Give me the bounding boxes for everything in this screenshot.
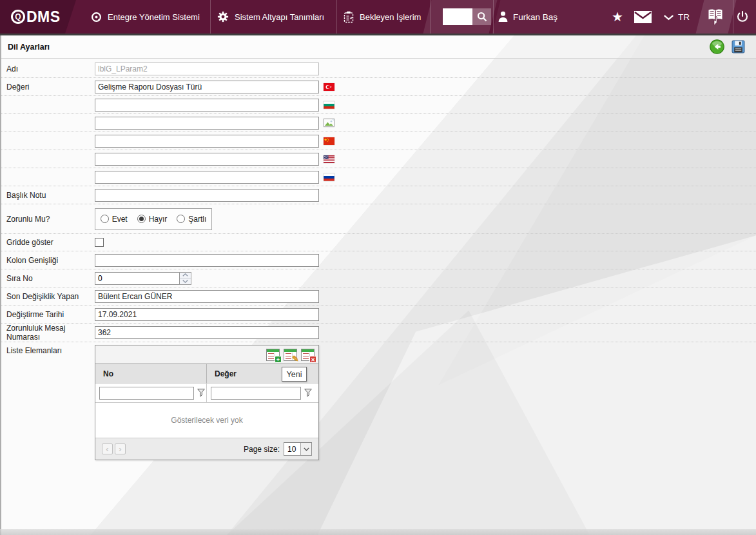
degeri-input-tr[interactable]: [95, 81, 319, 93]
radio-sartli[interactable]: Şartlı: [177, 215, 206, 224]
qdms-circle-icon: [91, 12, 102, 23]
select-chevron-down-icon: [300, 443, 311, 455]
radio-hayir[interactable]: Hayır: [137, 215, 168, 224]
navbar-separator: [210, 0, 211, 34]
qdms-logo-q-icon: Q: [11, 10, 25, 24]
chevron-down-icon[interactable]: [664, 15, 674, 21]
grid-pager: ‹ › Page size: 10: [95, 438, 318, 460]
form-row-translation-bg: [1, 96, 756, 114]
son-degisiklik-yapan-input[interactable]: [95, 290, 319, 303]
filter-funnel-icon[interactable]: [197, 389, 205, 397]
top-navbar: Q DMS Entegre Yönetim Sistemi Sistem Alt…: [0, 0, 756, 34]
zorunluluk-mesaj-numarasi-label: Zorunluluk Mesaj Numarası: [6, 324, 95, 342]
kolon-genisligi-label: Kolon Genişliği: [6, 256, 95, 265]
save-floppy-icon: [732, 40, 745, 54]
favorites-star-icon[interactable]: ★: [612, 0, 623, 34]
menu-sistem-altyapi-tanimlari[interactable]: Sistem Altyapı Tanımları: [217, 0, 324, 34]
form-row-liste-elemanlari: Liste Elemanları No Değer: [1, 342, 756, 467]
degistirme-tarihi-label: Değiştirme Tarihi: [6, 310, 95, 319]
menu-entegre-yonetim-sistemi[interactable]: Entegre Yönetim Sistemi: [91, 0, 200, 34]
grid-delete-row-icon[interactable]: [301, 349, 315, 361]
degistirme-tarihi-input[interactable]: [95, 308, 319, 321]
page-size-label: Page size:: [244, 445, 280, 454]
sira-no-label: Sıra No: [6, 274, 95, 283]
navbar-separator: [336, 0, 337, 34]
user-name[interactable]: Furkan Baş: [513, 0, 557, 34]
page-title: Dil Ayarları: [8, 43, 50, 52]
form-row-translation-missing: [1, 114, 756, 132]
navbar-separator: [430, 0, 431, 34]
son-degisiklik-yapan-label: Son Değişiklik Yapan: [6, 292, 95, 301]
user-icon: [498, 10, 509, 23]
adi-input: [95, 63, 319, 75]
form-row-zorunlu-mu: Zorunlu Mu? Evet Hayır Şartlı: [1, 204, 756, 234]
titlebar: Dil Ayarları: [1, 35, 756, 59]
page-size-select[interactable]: 10: [284, 442, 312, 456]
grid-filter-row: [95, 383, 318, 402]
help-book-icon[interactable]: [706, 8, 725, 26]
gear-icon: [217, 11, 229, 23]
navbar-search-button[interactable]: [472, 8, 491, 25]
kolon-genisligi-input[interactable]: [95, 254, 319, 267]
column-header-no[interactable]: No: [95, 364, 206, 383]
baslik-notu-input[interactable]: [95, 189, 319, 202]
navbar-separator: [493, 0, 494, 34]
baslik-notu-label: Başlık Notu: [6, 191, 95, 200]
form-row-gridde-goster: Gridde göster: [1, 234, 756, 251]
russia-flag-icon: [324, 173, 334, 181]
grid-empty-message: Gösterilecek veri yok: [95, 402, 318, 438]
form-row-baslik-notu: Başlık Notu: [1, 186, 756, 204]
sira-no-spinner-field: [95, 272, 191, 285]
gridde-goster-checkbox[interactable]: [95, 238, 104, 247]
filter-no-input[interactable]: [99, 387, 194, 400]
menu-bekleyen-islerim[interactable]: Bekleyen İşlerim: [344, 0, 421, 34]
filter-funnel-icon[interactable]: [304, 389, 312, 397]
form-row-zorunluluk-mesaj-numarasi: Zorunluluk Mesaj Numarası: [1, 324, 756, 342]
form-row-degeri: Değeri: [1, 78, 756, 96]
grid-edit-row-icon[interactable]: [284, 349, 297, 361]
navbar-search-input[interactable]: [443, 8, 472, 25]
pager-next-icon[interactable]: ›: [115, 443, 126, 454]
form-row-kolon-genisligi: Kolon Genişliği: [1, 251, 756, 269]
qdms-logo[interactable]: Q DMS: [0, 0, 79, 34]
back-arrow-icon: [710, 39, 724, 54]
broken-image-icon: [324, 119, 334, 127]
power-logout-icon[interactable]: [736, 10, 749, 23]
zorunluluk-mesaj-numarasi-input[interactable]: [95, 326, 319, 339]
liste-elemanlari-label: Liste Elemanları: [6, 345, 95, 355]
grid-toolbar: [95, 345, 318, 364]
sira-no-input[interactable]: [95, 273, 180, 284]
radio-evet[interactable]: Evet: [101, 215, 128, 224]
grid-add-row-icon[interactable]: [266, 349, 280, 361]
degeri-input-cn[interactable]: [95, 135, 319, 148]
degeri-input-bg[interactable]: [95, 99, 319, 112]
sira-no-stepper: [179, 272, 191, 285]
gridde-goster-label: Gridde göster: [6, 238, 95, 247]
spin-down-icon[interactable]: [180, 278, 191, 284]
navbar-separator: [733, 0, 733, 34]
china-flag-icon: [324, 137, 334, 145]
zorunlu-mu-label: Zorunlu Mu?: [6, 215, 95, 224]
mail-icon[interactable]: [634, 11, 652, 23]
form-row-adi: Adı: [1, 60, 756, 78]
degeri-input-us[interactable]: [95, 153, 319, 166]
adi-label: Adı: [6, 64, 95, 73]
tasks-clipboard-icon: [344, 11, 354, 23]
back-button[interactable]: [710, 39, 724, 54]
search-icon: [477, 12, 487, 22]
filter-deger-input[interactable]: [211, 387, 301, 400]
degeri-input-ru[interactable]: [95, 171, 319, 184]
usa-flag-icon: [324, 155, 334, 163]
form-row-sira-no: Sıra No: [1, 269, 756, 287]
degeri-input-unknown[interactable]: [95, 117, 319, 130]
menu-label: Entegre Yönetim Sistemi: [108, 12, 200, 22]
form-row-translation-cn: [1, 132, 756, 150]
bottom-edge-strip: [0, 529, 756, 535]
radio-circle: [177, 215, 185, 223]
turkey-flag-icon: [324, 83, 334, 91]
spin-up-icon[interactable]: [180, 273, 191, 278]
page-content: Dil Ayarları Adı: [0, 35, 756, 535]
pager-prev-icon[interactable]: ‹: [102, 443, 113, 454]
language-selector[interactable]: TR: [678, 0, 690, 34]
save-button[interactable]: [732, 40, 745, 54]
